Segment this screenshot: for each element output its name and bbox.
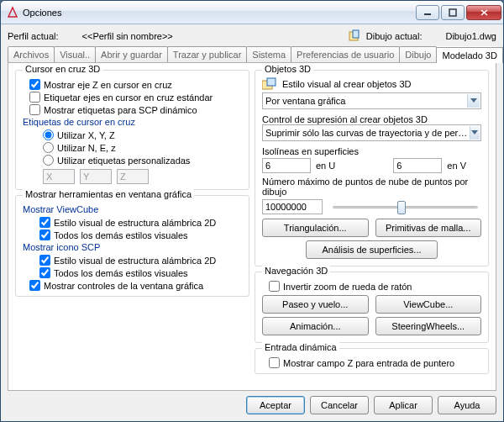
profile-value: <<Perfil sin nombre>> [82,31,173,41]
chevron-down-icon [470,126,480,140]
app-icon [6,6,19,19]
btn-animation[interactable]: Animación... [262,317,369,335]
group-legend: Mostrar herramientas en ventana gráfica [23,189,194,199]
tab-dibujo[interactable]: Dibujo [399,46,437,62]
rad-nez[interactable]: Utilizar N, E, z [43,142,242,153]
lbl-visual-style: Estilo visual al crear objetos 3D [282,79,411,89]
chk-show-z-field[interactable]: Mostrar campo Z para entrada de puntero [269,357,481,368]
group-viewport-tools: Mostrar herramientas en ventana gráfica … [15,195,249,297]
btn-steeringwheels[interactable]: SteeringWheels... [375,317,482,335]
chk-ucs-other[interactable]: Todos los demás estilos visuales [39,267,242,278]
profile-label: Perfil actual: [8,31,59,41]
tab-strip: ArchivosVisual..Abrir y guardarTrazar y … [8,46,496,63]
sub-crosshair-labels: Etiquetas de cursor en cruz [23,117,242,127]
inp-iso-u[interactable] [262,158,311,173]
chk-label-axes[interactable]: Etiquetar ejes en cursor en cruz estánda… [29,92,242,103]
btn-apply[interactable]: Aplicar [374,396,433,414]
tab-abrir-y-guardar[interactable]: Abrir y guardar [95,46,168,62]
lbl-isolines: Isolíneas en superficies [262,146,481,156]
chevron-down-icon [467,94,480,108]
close-button[interactable] [466,5,501,20]
sub-ucs-icon: Mostrar icono SCP [23,242,242,252]
btn-cancel[interactable]: Cancelar [310,396,369,414]
chk-ucs-wire2d[interactable]: Estilo visual de estructura alámbrica 2D [39,255,242,266]
visual-style-icon [262,77,277,91]
window-title: Opciones [23,8,414,18]
maximize-button[interactable] [441,5,465,20]
group-legend: Navegación 3D [262,266,330,276]
drawing-value: Dibujo1.dwg [445,31,496,41]
group-3d-objects: Objetos 3D Estilo visual al crear objeto… [255,70,489,266]
titlebar[interactable]: Opciones [1,1,503,24]
btn-mesh-primitives[interactable]: Primitivas de malla... [375,219,482,237]
chk-vc-wire2d[interactable]: Estilo visual de estructura alámbrica 2D [39,217,242,228]
svg-rect-1 [449,9,456,16]
btn-help[interactable]: Ayuda [438,396,496,414]
chk-vc-other[interactable]: Todos los demás estilos visuales [39,229,242,240]
sel-visual-style[interactable]: Por ventana gráfica [262,92,481,109]
rad-custom[interactable]: Utilizar etiquetas personalizadas [43,155,242,166]
chk-show-z-axis[interactable]: Mostrar eje Z en cursor en cruz [29,79,242,90]
lbl-deletion: Control de supresión al crear objetos 3D [262,114,481,124]
group-legend: Entrada dinámica [262,342,339,352]
lbl-pointcloud: Número máximo de puntos de nube de punto… [262,177,481,197]
chk-reverse-zoom[interactable]: Invertir zoom de rueda de ratón [269,281,481,292]
dialog-footer: Aceptar Cancelar Aplicar Ayuda [8,396,496,414]
rad-xyz[interactable]: Utilizar X, Y, Z [43,129,242,140]
tab-modelado-3d[interactable]: Modelado 3D [436,47,502,63]
btn-viewcube[interactable]: ViewCube... [375,295,482,314]
group-legend: Objetos 3D [262,64,313,74]
group-dyn-input: Entrada dinámica Mostrar campo Z para en… [255,348,489,374]
btn-walk-fly[interactable]: Paseo y vuelo... [262,295,369,314]
btn-surface-analysis[interactable]: Análisis de superficies... [306,240,438,259]
client-area: Perfil actual: <<Perfil sin nombre>> Dib… [1,24,503,421]
tab-visual-[interactable]: Visual.. [54,46,96,62]
inp-pointcloud[interactable] [262,199,323,214]
minimize-button[interactable] [416,5,439,20]
svg-rect-0 [424,13,431,15]
btn-tessellation[interactable]: Triangulación... [262,219,369,237]
chk-dynamic-ucs-labels[interactable]: Mostrar etiquetas para SCP dinámico [29,104,242,115]
svg-rect-5 [267,78,276,86]
group-cursor-3d: Cursor en cruz 3D Mostrar eje Z en curso… [15,70,249,190]
sub-viewcube: Mostrar ViewCube [23,204,242,214]
tab-archivos[interactable]: Archivos [8,46,55,62]
drawing-icon [348,29,361,43]
tab-trazar-y-publicar[interactable]: Trazar y publicar [167,46,248,62]
inp-iso-v[interactable] [393,158,442,173]
tab-page-modelado-3d: Cursor en cruz 3D Mostrar eje Z en curso… [8,63,496,391]
btn-ok[interactable]: Aceptar [246,396,305,414]
inp-x [43,169,75,184]
sel-deletion[interactable]: Suprimir sólo las curvas de trayectoria … [262,124,481,141]
tab-sistema[interactable]: Sistema [246,46,291,62]
drawing-label: Dibujo actual: [366,31,423,41]
group-legend: Cursor en cruz 3D [23,64,102,74]
slider-pointcloud[interactable] [329,198,481,215]
svg-rect-3 [353,30,359,38]
inp-z [117,169,149,184]
inp-y [80,169,112,184]
chk-viewport-controls[interactable]: Mostrar controles de la ventana gráfica [29,280,242,291]
group-3d-nav: Navegación 3D Invertir zoom de rueda de … [255,272,489,343]
options-dialog: Opciones Perfil actual: <<Perfil sin nom… [0,0,504,422]
tab-preferencias-de-usuario[interactable]: Preferencias de usuario [291,46,400,62]
